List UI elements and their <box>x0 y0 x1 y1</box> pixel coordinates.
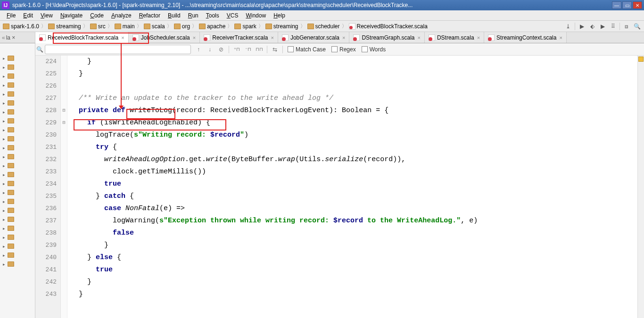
code-line[interactable]: /** Write an update to the tracker to th… <box>70 92 637 105</box>
code-line[interactable]: logTrace(s"Writing record: $record") <box>70 129 637 141</box>
breadcrumb-item[interactable]: scala <box>143 23 166 30</box>
menu-edit[interactable]: Edit <box>19 11 37 20</box>
tree-node[interactable]: ▸ <box>0 206 35 215</box>
breadcrumb-item[interactable]: scheduler <box>306 23 341 30</box>
expand-icon[interactable]: ▸ <box>3 110 7 114</box>
tree-node[interactable]: ▸ <box>0 125 35 134</box>
multiline-button[interactable]: ⇆ <box>270 45 280 54</box>
tree-node[interactable]: ▸ <box>0 215 35 224</box>
breadcrumb-item[interactable]: org <box>173 23 191 30</box>
close-tab-icon[interactable]: × <box>559 35 562 41</box>
words-checkbox[interactable]: Words <box>362 46 386 53</box>
close-tab-icon[interactable]: × <box>121 35 124 41</box>
menu-build[interactable]: Build <box>164 11 184 20</box>
tree-node[interactable]: ▸ <box>0 233 35 242</box>
expand-icon[interactable]: ▸ <box>3 65 7 70</box>
expand-icon[interactable]: ▸ <box>3 146 7 150</box>
tree-node[interactable]: ▸ <box>0 72 35 81</box>
expand-icon[interactable]: ▸ <box>3 190 7 195</box>
menu-run[interactable]: Run <box>184 11 202 20</box>
match-case-checkbox[interactable]: Match Case <box>288 46 326 53</box>
code-line[interactable]: true <box>70 178 637 190</box>
tree-node[interactable]: ▸ <box>0 260 35 269</box>
tree-node[interactable]: ▸ <box>0 170 35 179</box>
editor-tab[interactable]: ReceiverTracker.scala× <box>200 32 278 43</box>
code-line[interactable]: false <box>70 227 637 239</box>
expand-icon[interactable]: ▸ <box>3 172 7 177</box>
breadcrumb-item[interactable]: streaming <box>47 23 82 30</box>
line-number-gutter[interactable]: 2242252262272282292302312322332342352362… <box>35 56 61 318</box>
error-stripe[interactable] <box>637 56 644 318</box>
code-line[interactable]: } <box>70 68 637 80</box>
remove-selection-button[interactable]: ⁻⊓ <box>243 45 253 54</box>
tree-node[interactable]: ▸ <box>0 197 35 206</box>
tree-node[interactable]: ▸ <box>0 63 35 72</box>
tree-node[interactable]: ▸ <box>0 188 35 197</box>
toolbar-button-0[interactable]: ⤓ <box>563 22 573 31</box>
expand-icon[interactable]: ▸ <box>3 217 7 222</box>
select-all-button[interactable]: ⊓⊓ <box>254 45 264 54</box>
menu-vcs[interactable]: VCS <box>223 11 242 20</box>
code-line[interactable]: if (isWriteAheadLogEnabled) { <box>70 117 637 129</box>
menu-analyze[interactable]: Analyze <box>107 11 135 20</box>
code-line[interactable]: } <box>70 239 637 252</box>
expand-icon[interactable]: ▸ <box>3 92 7 97</box>
fold-gutter[interactable]: ⊟⊟ <box>61 56 67 318</box>
code-line[interactable]: } <box>70 56 637 68</box>
toolbar-button-7[interactable]: ⧈ <box>622 22 631 31</box>
search-input[interactable] <box>45 45 191 54</box>
toolbar-button-3[interactable]: ⬖ <box>587 22 597 31</box>
close-tab-icon[interactable]: × <box>193 35 196 41</box>
close-tab-icon[interactable]: × <box>417 35 420 41</box>
tree-node[interactable]: ▸ <box>0 161 35 170</box>
breadcrumb-item[interactable]: spark <box>233 23 257 30</box>
code-line[interactable]: true <box>70 264 637 276</box>
breadcrumb-item[interactable]: ReceivedBlockTracker.scala <box>348 23 429 30</box>
menu-code[interactable]: Code <box>86 11 107 20</box>
menu-window[interactable]: Window <box>242 11 270 20</box>
editor-tab[interactable]: StreamingContext.scala× <box>484 32 567 43</box>
expand-icon[interactable]: ▸ <box>3 56 7 61</box>
tree-node[interactable]: ▸ <box>0 242 35 251</box>
code-line[interactable] <box>70 80 637 92</box>
code-line[interactable]: try { <box>70 141 637 154</box>
tree-node[interactable]: ▸ <box>0 251 35 260</box>
prev-match-button[interactable]: ↑ <box>193 45 204 54</box>
expand-icon[interactable]: ▸ <box>3 208 7 213</box>
expand-icon[interactable]: ▸ <box>3 74 7 79</box>
expand-icon[interactable]: ▸ <box>3 101 7 106</box>
expand-icon[interactable]: ▸ <box>3 226 7 231</box>
tree-node[interactable]: ▸ <box>0 54 35 63</box>
editor-tab[interactable]: JobGenerator.scala× <box>278 32 350 43</box>
tree-node[interactable]: ▸ <box>0 134 35 143</box>
code-line[interactable]: } <box>70 288 637 301</box>
menu-file[interactable]: File <box>3 11 19 20</box>
code-line[interactable]: clock.getTimeMillis()) <box>70 166 637 178</box>
close-window-button[interactable]: ✕ <box>633 1 642 9</box>
breadcrumb-item[interactable]: spark-1.6.0 <box>2 23 40 30</box>
menu-navigate[interactable]: Navigate <box>57 11 86 20</box>
expand-icon[interactable]: ▸ <box>3 244 7 249</box>
code-line[interactable]: } <box>70 276 637 288</box>
editor-tab[interactable]: ReceivedBlockTracker.scala× <box>35 32 129 43</box>
tree-node[interactable]: ▸ <box>0 81 35 90</box>
exclude-button[interactable]: ⊘ <box>216 45 226 54</box>
expand-icon[interactable]: ▸ <box>3 83 7 88</box>
expand-icon[interactable]: ▸ <box>3 199 7 204</box>
expand-icon[interactable]: ▸ <box>3 128 7 132</box>
toolbar-button-4[interactable]: ▶ <box>598 22 607 31</box>
editor-tab[interactable]: DStreamGraph.scala× <box>349 32 424 43</box>
toolbar-button-5[interactable]: ⠿ <box>608 22 618 31</box>
expand-icon[interactable]: ▸ <box>3 253 7 258</box>
regex-checkbox[interactable]: Regex <box>331 46 356 53</box>
tree-node[interactable]: ▸ <box>0 90 35 98</box>
expand-icon[interactable]: ▸ <box>3 235 7 240</box>
expand-icon[interactable]: ▸ <box>3 163 7 168</box>
breadcrumb-item[interactable]: streaming <box>264 23 299 30</box>
maximize-button[interactable]: ▭ <box>622 1 632 9</box>
editor-tab[interactable]: JobScheduler.scala× <box>129 32 200 43</box>
code-line[interactable]: logWarning(s"Exception thrown while writ… <box>70 215 637 227</box>
expand-icon[interactable]: ▸ <box>3 181 7 186</box>
tree-node[interactable]: ▸ <box>0 107 35 116</box>
close-icon[interactable]: « <box>2 34 5 41</box>
